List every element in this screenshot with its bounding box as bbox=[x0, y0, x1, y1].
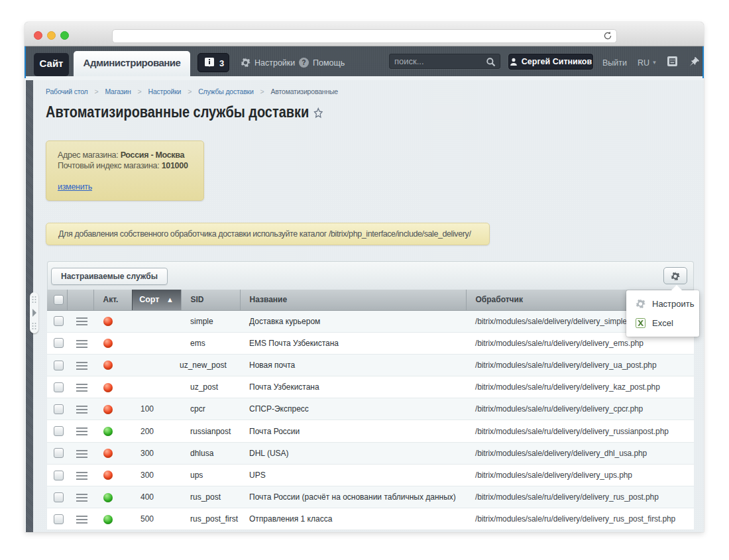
svg-text:?: ? bbox=[302, 59, 306, 66]
